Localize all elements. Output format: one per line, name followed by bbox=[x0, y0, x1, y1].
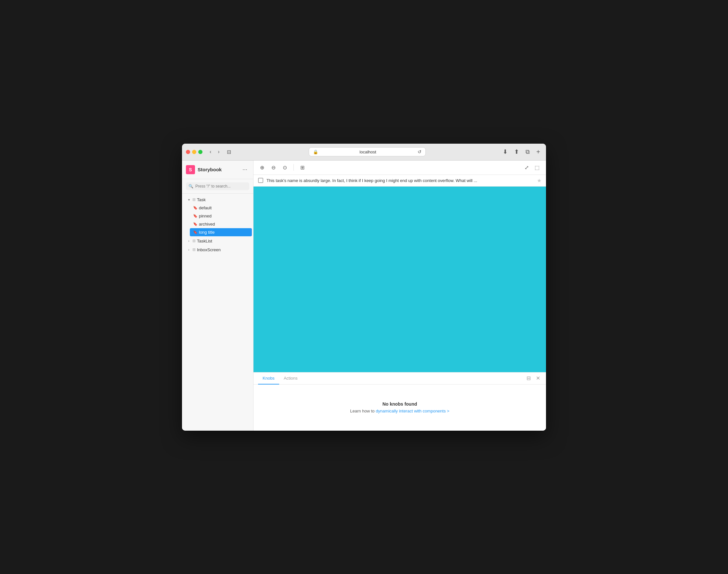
story-icon-active: 🔖 bbox=[193, 230, 198, 234]
zoom-out-button[interactable]: ⊖ bbox=[269, 163, 277, 172]
no-knobs-title: No knobs found bbox=[383, 401, 417, 407]
sidebar-item-inboxscreen[interactable]: › ⊞ InboxScreen bbox=[183, 246, 252, 254]
storybook-logo: S bbox=[186, 165, 195, 174]
close-button[interactable] bbox=[186, 150, 190, 154]
preview-frame bbox=[254, 187, 546, 372]
tree-container: ▾ ⊞ Task 🔖 default 🔖 pinned bbox=[182, 194, 253, 430]
browser-window: ‹ › ⊟ 🔒 localhost ↺ ⬇ ⬆ ⧉ + S Storybook … bbox=[182, 144, 546, 430]
preview-wrapper: This task's name is absurdly large. In f… bbox=[254, 175, 546, 372]
grid-button[interactable]: ⊞ bbox=[298, 163, 306, 172]
component-icon: ⊞ bbox=[192, 239, 196, 243]
tab-knobs[interactable]: Knobs bbox=[258, 372, 279, 384]
search-icon: 🔍 bbox=[188, 184, 194, 189]
search-bar: 🔍 bbox=[182, 179, 253, 194]
share-button[interactable]: ⬆ bbox=[512, 147, 521, 157]
refresh-button[interactable]: ↺ bbox=[418, 149, 422, 154]
zoom-reset-button[interactable]: ⊙ bbox=[281, 163, 289, 172]
sidebar-item-pinned[interactable]: 🔖 pinned bbox=[190, 212, 252, 220]
task-label: Task bbox=[197, 197, 249, 202]
sidebar-item-long-title[interactable]: 🔖 long title bbox=[190, 228, 252, 236]
toolbar-right-tools: ⤢ ⬚ bbox=[523, 163, 542, 172]
story-toolbar: ⊕ ⊖ ⊙ ⊞ ⤢ ⬚ bbox=[254, 161, 546, 175]
address-bar[interactable]: 🔒 localhost ↺ bbox=[309, 147, 426, 156]
inboxscreen-section: › ⊞ InboxScreen bbox=[182, 246, 253, 254]
forward-button[interactable]: › bbox=[216, 148, 221, 156]
chevron-down-icon: ▾ bbox=[186, 197, 191, 202]
download-button[interactable]: ⬇ bbox=[501, 147, 510, 157]
maximize-button[interactable] bbox=[198, 150, 203, 154]
component-icon: ⊞ bbox=[192, 247, 196, 252]
toolbar-right: ⬇ ⬆ ⧉ + bbox=[501, 147, 542, 157]
main-layout: S Storybook ··· 🔍 ▾ ⊞ Task bbox=[182, 161, 546, 430]
inboxscreen-label: InboxScreen bbox=[197, 247, 249, 252]
new-tab-button[interactable]: + bbox=[534, 147, 542, 157]
panel-close-button[interactable]: ✕ bbox=[534, 374, 542, 382]
story-icon: 🔖 bbox=[193, 222, 198, 226]
sidebar-toggle-button[interactable]: ⊟ bbox=[224, 148, 234, 156]
default-label: default bbox=[199, 205, 249, 210]
panel-tabs: Knobs Actions ⊟ ✕ bbox=[254, 372, 546, 384]
panel-content: No knobs found Learn how to dynamically … bbox=[254, 384, 546, 430]
no-knobs-desc: Learn how to dynamically interact with c… bbox=[350, 409, 449, 413]
panels-area: Knobs Actions ⊟ ✕ No knobs found Learn h… bbox=[254, 372, 546, 430]
traffic-lights bbox=[186, 150, 203, 154]
pinned-label: pinned bbox=[199, 213, 249, 218]
sidebar-header: S Storybook ··· bbox=[182, 161, 253, 179]
sidebar: S Storybook ··· 🔍 ▾ ⊞ Task bbox=[182, 161, 254, 430]
url-text: localhost bbox=[321, 150, 415, 154]
back-button[interactable]: ‹ bbox=[208, 148, 213, 156]
external-button[interactable]: ⬚ bbox=[533, 163, 542, 172]
tasklist-label: TaskList bbox=[197, 239, 249, 243]
star-icon[interactable]: ★ bbox=[537, 177, 542, 183]
address-bar-container: 🔒 localhost ↺ bbox=[236, 147, 499, 156]
tasklist-section: › ⊞ TaskList bbox=[182, 237, 253, 245]
long-title-label: long title bbox=[199, 230, 249, 235]
task-preview-bar: This task's name is absurdly large. In f… bbox=[254, 175, 546, 187]
search-input[interactable] bbox=[195, 184, 247, 189]
chevron-right-icon: › bbox=[186, 247, 191, 252]
sidebar-title: Storybook bbox=[198, 167, 222, 172]
task-checkbox[interactable] bbox=[258, 178, 263, 183]
component-icon: ⊞ bbox=[192, 197, 196, 202]
panel-tab-actions: ⊟ ✕ bbox=[525, 374, 542, 382]
no-knobs-link[interactable]: dynamically interact with components > bbox=[376, 409, 449, 413]
task-title-text: This task's name is absurdly large. In f… bbox=[266, 178, 533, 183]
more-options-button[interactable]: ··· bbox=[241, 165, 249, 173]
sidebar-item-tasklist[interactable]: › ⊞ TaskList bbox=[183, 237, 252, 245]
minimize-button[interactable] bbox=[192, 150, 196, 154]
content-area: ⊕ ⊖ ⊙ ⊞ ⤢ ⬚ This task's name is absurdly… bbox=[254, 161, 546, 430]
chevron-right-icon: › bbox=[186, 239, 191, 243]
story-icon: 🔖 bbox=[193, 214, 198, 218]
sidebar-item-task[interactable]: ▾ ⊞ Task bbox=[183, 196, 252, 204]
tab-actions[interactable]: Actions bbox=[279, 372, 302, 384]
toolbar-divider bbox=[294, 164, 294, 171]
zoom-in-button[interactable]: ⊕ bbox=[258, 163, 266, 172]
story-icon: 🔖 bbox=[193, 206, 198, 210]
sidebar-item-archived[interactable]: 🔖 archived bbox=[190, 220, 252, 228]
task-children: 🔖 default 🔖 pinned 🔖 archived 🔖 bbox=[182, 204, 253, 236]
lock-icon: 🔒 bbox=[313, 150, 318, 154]
sidebar-item-default[interactable]: 🔖 default bbox=[190, 204, 252, 212]
new-window-button[interactable]: ⧉ bbox=[523, 147, 532, 157]
panel-split-button[interactable]: ⊟ bbox=[525, 374, 532, 382]
fullscreen-button[interactable]: ⤢ bbox=[523, 163, 531, 172]
archived-label: archived bbox=[199, 222, 249, 227]
title-bar: ‹ › ⊟ 🔒 localhost ↺ ⬇ ⬆ ⧉ + bbox=[182, 144, 546, 161]
search-input-wrap[interactable]: 🔍 bbox=[186, 182, 249, 190]
task-section: ▾ ⊞ Task 🔖 default 🔖 pinned bbox=[182, 196, 253, 236]
